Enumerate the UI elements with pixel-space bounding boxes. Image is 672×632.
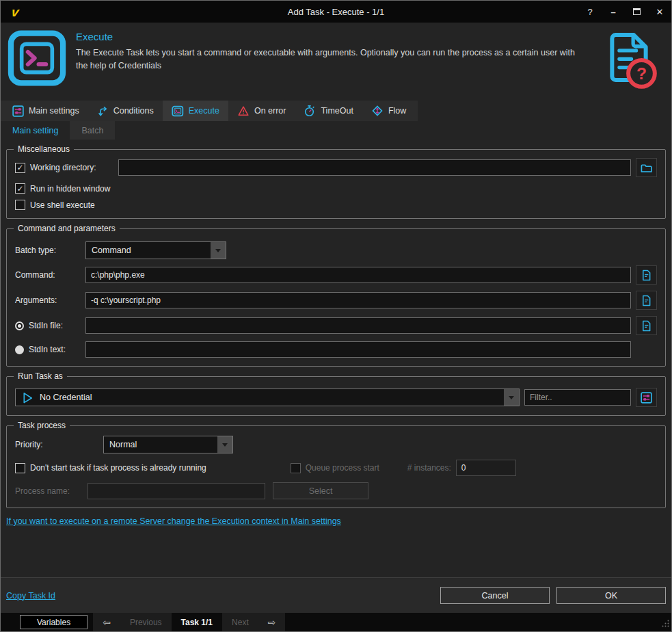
subtab-batch[interactable]: Batch xyxy=(70,121,115,140)
window-title: Add Task - Execute - 1/1 xyxy=(1,7,671,17)
instances-input[interactable] xyxy=(456,460,516,476)
shell-execute-checkbox[interactable] xyxy=(15,200,25,210)
command-input[interactable] xyxy=(85,267,631,283)
dropdown-button[interactable] xyxy=(504,389,519,406)
group-run-task-as: Run Task as No Credential xyxy=(6,376,666,416)
dialog-buttons: Cancel OK xyxy=(440,587,666,604)
process-name-row: Process name: Select xyxy=(15,482,657,499)
tab-flow[interactable]: Flow xyxy=(362,101,415,121)
working-directory-input[interactable] xyxy=(118,159,631,176)
group-task-process: Task process Priority: Normal Don't star… xyxy=(6,425,666,508)
stdin-text-label: StdIn text: xyxy=(29,345,66,354)
command-label: Command: xyxy=(15,270,55,280)
priority-dropdown[interactable]: Normal xyxy=(103,436,233,453)
cancel-button[interactable]: Cancel xyxy=(440,587,550,604)
copy-task-id-link[interactable]: Copy Task Id xyxy=(6,591,55,601)
process-name-input[interactable] xyxy=(88,483,265,499)
previous-arrow-icon[interactable]: ⇦ xyxy=(93,613,120,631)
stdin-file-radio[interactable] xyxy=(15,321,24,330)
previous-task-button[interactable]: Previous xyxy=(120,613,172,631)
next-arrow-icon[interactable]: ⇨ xyxy=(258,613,286,631)
credential-settings-button[interactable] xyxy=(636,388,657,407)
document-help-icon: ? xyxy=(599,29,663,96)
priority-label: Priority: xyxy=(15,440,98,449)
tab-on-error[interactable]: On error xyxy=(228,101,295,121)
stopwatch-icon xyxy=(304,105,316,117)
maximize-icon xyxy=(633,8,641,15)
tab-bar: Main settings Conditions Ex xyxy=(1,101,418,121)
terminal-icon xyxy=(8,29,66,96)
tab-main-settings[interactable]: Main settings xyxy=(3,101,88,121)
add-task-dialog: v Add Task - Execute - 1/1 ? – ✕ Execute… xyxy=(0,0,672,632)
document-icon xyxy=(641,269,651,281)
batch-type-value: Command xyxy=(86,242,211,259)
document-icon xyxy=(641,295,651,306)
ok-button[interactable]: OK xyxy=(556,587,666,604)
credential-dropdown[interactable]: No Credential xyxy=(15,389,520,406)
working-directory-row: Working directory: xyxy=(15,158,657,177)
chevron-down-icon xyxy=(509,396,514,399)
priority-row: Priority: Normal xyxy=(15,436,657,453)
dont-start-label: Don't start task if task process is alre… xyxy=(30,463,206,473)
terminal-icon xyxy=(172,105,184,117)
arguments-variables-button[interactable] xyxy=(636,291,657,310)
tab-conditions[interactable]: Conditions xyxy=(88,101,163,121)
close-button[interactable]: ✕ xyxy=(648,1,671,23)
subtab-main-setting[interactable]: Main setting xyxy=(1,121,70,140)
tab-label: TimeOut xyxy=(321,106,353,116)
stdin-text-radio[interactable] xyxy=(15,345,24,354)
dropdown-button[interactable] xyxy=(211,242,226,259)
batch-type-row: Batch type: Command xyxy=(15,241,657,259)
batch-type-label: Batch type: xyxy=(15,246,56,255)
command-variables-button[interactable] xyxy=(636,265,657,285)
batch-type-dropdown[interactable]: Command xyxy=(85,241,226,259)
credential-filter-input[interactable] xyxy=(524,389,631,406)
stdin-file-label: StdIn file: xyxy=(29,321,63,330)
stdin-text-row: StdIn text: xyxy=(15,341,657,358)
tab-execute[interactable]: Execute xyxy=(163,101,228,121)
tab-label: Conditions xyxy=(113,106,154,116)
arguments-row: Arguments: xyxy=(15,291,657,310)
run-hidden-row: Run in hidden window xyxy=(15,183,657,194)
sliders-icon xyxy=(12,105,24,117)
group-legend: Command and parameters xyxy=(14,224,120,233)
group-legend: Run Task as xyxy=(14,371,67,381)
browse-folder-button[interactable] xyxy=(636,158,657,177)
task-header-text: Execute The Execute Task lets you start … xyxy=(76,29,589,96)
stdin-file-variables-button[interactable] xyxy=(636,316,657,335)
run-hidden-checkbox[interactable] xyxy=(15,183,25,194)
sliders-icon xyxy=(641,392,652,404)
stdin-file-input[interactable] xyxy=(85,317,631,334)
stdin-file-row: StdIn file: xyxy=(15,316,657,335)
app-logo-icon: v xyxy=(11,5,20,18)
credential-value: No Credential xyxy=(40,393,92,402)
dropdown-button[interactable] xyxy=(217,436,232,453)
shell-execute-row: Use shell execute xyxy=(15,200,657,210)
resize-grip[interactable] xyxy=(661,619,670,630)
process-name-label: Process name: xyxy=(15,486,83,496)
stdin-text-input[interactable] xyxy=(85,341,631,358)
tab-label: Main settings xyxy=(29,106,79,116)
tab-label: On error xyxy=(254,106,286,116)
tab-timeout[interactable]: TimeOut xyxy=(295,101,362,121)
task-title: Execute xyxy=(76,31,589,42)
working-directory-checkbox[interactable] xyxy=(15,163,25,173)
arguments-input[interactable] xyxy=(85,292,631,308)
folder-icon xyxy=(640,162,653,174)
process-options-row: Don't start task if task process is alre… xyxy=(15,460,657,476)
title-bar[interactable]: v Add Task - Execute - 1/1 ? – ✕ xyxy=(1,1,671,23)
dont-start-checkbox[interactable] xyxy=(15,463,25,473)
select-process-button[interactable]: Select xyxy=(273,482,368,499)
next-task-button[interactable]: Next xyxy=(222,613,258,631)
help-button[interactable]: ? xyxy=(578,1,602,23)
remote-note-link[interactable]: If you want to execute on a remote Serve… xyxy=(6,516,341,526)
group-legend: Task process xyxy=(14,421,70,430)
minimize-button[interactable]: – xyxy=(602,1,625,23)
working-directory-label: Working directory: xyxy=(30,163,113,172)
warning-icon xyxy=(237,105,250,117)
action-bar: Copy Task Id Cancel OK xyxy=(1,577,671,613)
window-controls: ? – ✕ xyxy=(578,1,671,23)
maximize-button[interactable] xyxy=(625,1,648,23)
variables-button[interactable]: Variables xyxy=(20,615,88,629)
queue-process-checkbox[interactable] xyxy=(291,463,301,473)
